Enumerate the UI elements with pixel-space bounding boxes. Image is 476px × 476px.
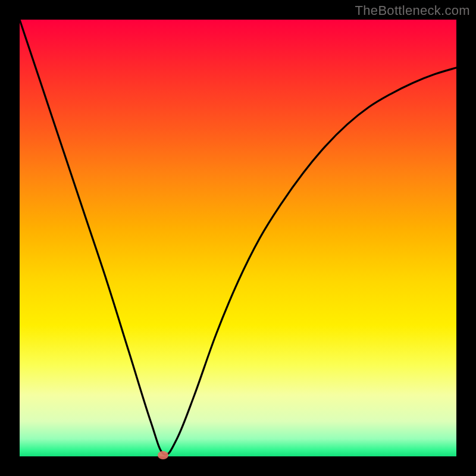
watermark-text: TheBottleneck.com [355,3,470,18]
chart-frame: TheBottleneck.com [0,0,476,476]
bottleneck-curve-path [20,20,456,455]
chart-svg [20,20,456,456]
min-marker [158,451,168,459]
